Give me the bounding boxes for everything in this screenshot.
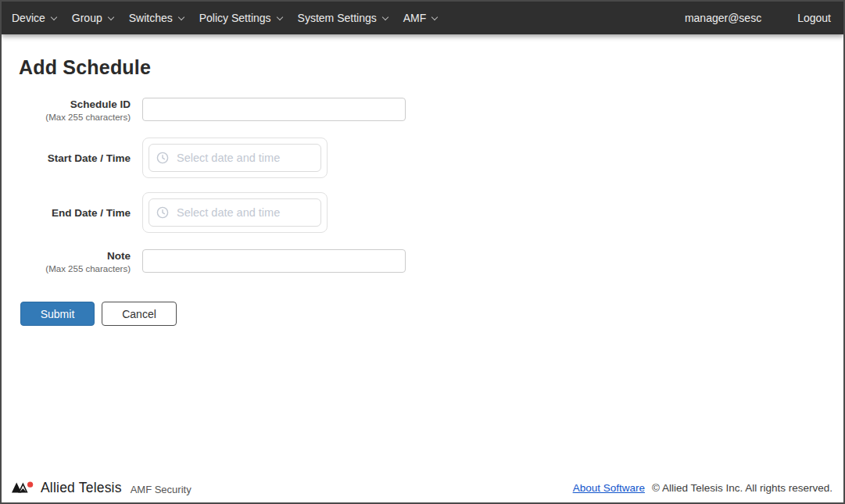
end-datetime-input-wrap xyxy=(149,198,321,227)
nav-item-label: Switches xyxy=(129,12,173,24)
about-software-link[interactable]: About Software xyxy=(573,482,645,494)
nav-item-label: AMF xyxy=(403,12,427,24)
main-menu: Device Group Switches Policy Settings Sy… xyxy=(12,12,445,24)
logout-button[interactable]: Logout xyxy=(797,12,831,24)
app-window: { "navbar": { "items": ["Device", "Group… xyxy=(0,0,845,504)
nav-item-group[interactable]: Group xyxy=(64,12,121,24)
note-label: Note xyxy=(2,249,131,263)
product-name: AMF Security xyxy=(131,480,192,495)
start-datetime-label: Start Date / Time xyxy=(2,152,131,165)
nav-item-label: Group xyxy=(72,12,102,24)
logged-in-user-label: manager@sesc xyxy=(685,12,761,24)
end-datetime-control xyxy=(142,192,328,233)
clock-icon xyxy=(156,206,169,219)
note-hint: (Max 255 characters) xyxy=(2,263,131,275)
nav-item-amf[interactable]: AMF xyxy=(396,12,446,24)
nav-item-policy-settings[interactable]: Policy Settings xyxy=(192,12,290,24)
page-footer: Allied Telesis AMF Security About Softwa… xyxy=(2,476,843,502)
end-datetime-label-block: End Date / Time xyxy=(2,206,131,220)
brand-wordmark: Allied Telesis xyxy=(41,480,122,496)
chevron-down-icon xyxy=(381,13,388,20)
footer-brand-block: Allied Telesis AMF Security xyxy=(12,479,192,497)
end-datetime-picker xyxy=(142,192,328,233)
nav-item-switches[interactable]: Switches xyxy=(121,12,192,24)
end-datetime-label: End Date / Time xyxy=(2,206,131,220)
nav-item-label: System Settings xyxy=(298,12,377,24)
schedule-id-label: Schedule ID xyxy=(2,98,131,111)
main-content: Add Schedule Schedule ID (Max 255 charac… xyxy=(2,56,843,326)
form-actions: Submit Cancel xyxy=(20,302,843,326)
form-row-schedule-id: Schedule ID (Max 255 characters) xyxy=(2,95,843,123)
form-row-note: Note (Max 255 characters) xyxy=(2,247,843,275)
form-row-end-datetime: End Date / Time xyxy=(2,192,843,233)
start-datetime-control xyxy=(142,138,328,178)
nav-item-system-settings[interactable]: System Settings xyxy=(290,12,396,24)
allied-telesis-logo-icon xyxy=(12,481,35,497)
start-datetime-picker xyxy=(142,138,328,178)
chevron-down-icon xyxy=(51,13,57,20)
form-row-start-datetime: Start Date / Time xyxy=(2,138,843,178)
add-schedule-form: Schedule ID (Max 255 characters) Start D… xyxy=(2,95,843,326)
end-datetime-input[interactable] xyxy=(177,206,314,219)
nav-item-label: Policy Settings xyxy=(199,12,271,24)
nav-item-label: Device xyxy=(12,12,45,24)
submit-button[interactable]: Submit xyxy=(20,302,95,326)
chevron-down-icon xyxy=(178,13,184,20)
note-input[interactable] xyxy=(142,249,406,273)
top-navbar: Device Group Switches Policy Settings Sy… xyxy=(2,2,843,34)
schedule-id-control xyxy=(142,98,406,121)
start-datetime-input-wrap xyxy=(149,144,321,172)
cancel-button[interactable]: Cancel xyxy=(102,302,177,326)
start-datetime-label-block: Start Date / Time xyxy=(2,152,131,165)
note-label-block: Note (Max 255 characters) xyxy=(2,247,131,275)
chevron-down-icon xyxy=(276,13,282,20)
start-datetime-input[interactable] xyxy=(177,152,314,164)
chevron-down-icon xyxy=(107,13,113,20)
copyright-text: © Allied Telesis Inc. All rights reserve… xyxy=(652,482,832,494)
schedule-id-label-block: Schedule ID (Max 255 characters) xyxy=(2,95,131,123)
nav-item-device[interactable]: Device xyxy=(12,12,64,24)
schedule-id-hint: (Max 255 characters) xyxy=(2,111,131,123)
schedule-id-input[interactable] xyxy=(142,98,406,121)
footer-legal-block: About Software © Allied Telesis Inc. All… xyxy=(573,482,832,494)
page-title: Add Schedule xyxy=(19,56,843,79)
clock-icon xyxy=(156,152,169,164)
chevron-down-icon xyxy=(431,13,438,20)
navbar-right: manager@sesc Logout xyxy=(685,12,831,24)
note-control xyxy=(142,249,406,273)
